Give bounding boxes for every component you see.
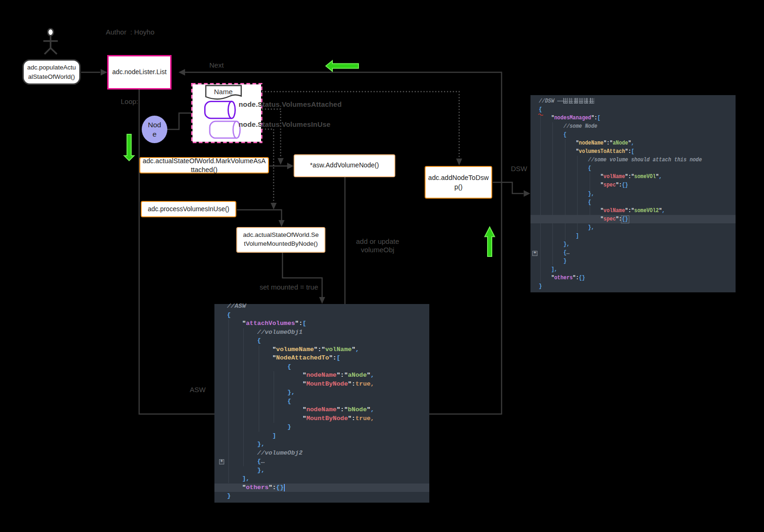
svg-text:Name: Name (214, 88, 233, 96)
